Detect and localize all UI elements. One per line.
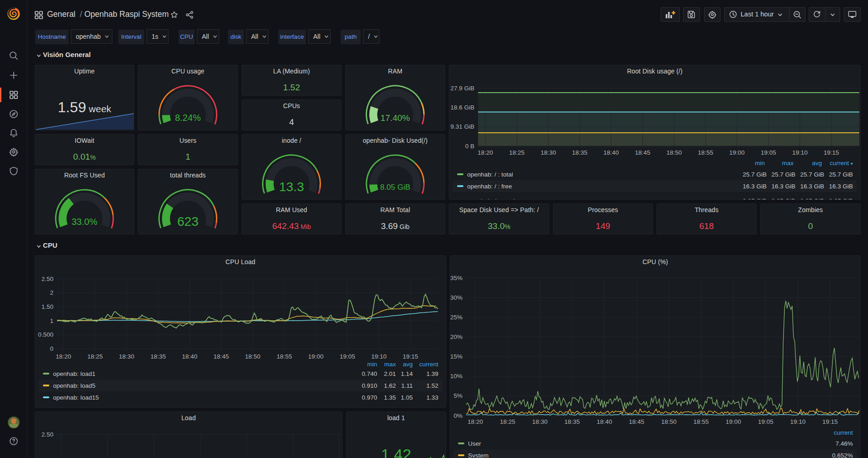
svg-text:18:30: 18:30 bbox=[541, 149, 556, 156]
svg-text:18:45: 18:45 bbox=[214, 353, 229, 360]
svg-text:35%: 35% bbox=[450, 275, 463, 281]
svg-text:2.50: 2.50 bbox=[42, 276, 53, 282]
svg-text:1: 1 bbox=[50, 317, 53, 324]
svg-text:0.500: 0.500 bbox=[38, 331, 53, 338]
svg-text:17.40%: 17.40% bbox=[380, 113, 410, 123]
svg-text:0%: 0% bbox=[453, 412, 463, 419]
svg-text:19:00: 19:00 bbox=[308, 353, 324, 360]
svg-text:18:20: 18:20 bbox=[56, 353, 71, 360]
svg-text:20%: 20% bbox=[450, 333, 463, 340]
svg-text:2: 2 bbox=[50, 289, 53, 296]
svg-text:8.24%: 8.24% bbox=[175, 113, 201, 123]
svg-text:18:30: 18:30 bbox=[119, 353, 134, 360]
svg-text:1.50: 1.50 bbox=[42, 303, 53, 310]
svg-text:18:25: 18:25 bbox=[509, 149, 525, 156]
svg-text:33.0%: 33.0% bbox=[72, 217, 98, 227]
svg-text:19:05: 19:05 bbox=[340, 353, 355, 360]
svg-text:27.9 GiB: 27.9 GiB bbox=[450, 85, 474, 92]
svg-text:18:20: 18:20 bbox=[468, 418, 483, 425]
svg-text:0: 0 bbox=[50, 345, 53, 352]
svg-text:18:35: 18:35 bbox=[572, 149, 588, 156]
svg-text:15%: 15% bbox=[450, 353, 463, 360]
svg-text:19:05: 19:05 bbox=[758, 418, 773, 425]
svg-text:18:50: 18:50 bbox=[666, 149, 682, 156]
svg-text:18:45: 18:45 bbox=[629, 418, 644, 425]
svg-text:0 B: 0 B bbox=[465, 143, 474, 150]
svg-text:9.31 GiB: 9.31 GiB bbox=[450, 123, 474, 130]
svg-text:18:50: 18:50 bbox=[661, 418, 677, 425]
svg-text:19:15: 19:15 bbox=[403, 353, 418, 360]
svg-text:18:55: 18:55 bbox=[277, 353, 292, 360]
svg-text:5%: 5% bbox=[453, 392, 463, 399]
svg-text:18.6 GiB: 18.6 GiB bbox=[450, 104, 474, 111]
svg-text:25%: 25% bbox=[450, 314, 463, 321]
svg-text:18:55: 18:55 bbox=[698, 149, 713, 156]
svg-text:19:10: 19:10 bbox=[790, 418, 806, 425]
svg-text:19:15: 19:15 bbox=[822, 418, 838, 425]
svg-text:18:40: 18:40 bbox=[604, 149, 619, 156]
svg-text:18:25: 18:25 bbox=[87, 353, 103, 360]
svg-text:19:00: 19:00 bbox=[726, 418, 741, 425]
svg-text:623: 623 bbox=[177, 214, 199, 229]
svg-text:18:40: 18:40 bbox=[597, 418, 612, 425]
svg-text:8.05 GiB: 8.05 GiB bbox=[380, 183, 410, 192]
svg-text:18:40: 18:40 bbox=[182, 353, 198, 360]
svg-text:18:35: 18:35 bbox=[150, 353, 166, 360]
svg-text:19:00: 19:00 bbox=[729, 149, 745, 156]
svg-text:2.50: 2.50 bbox=[42, 431, 53, 438]
svg-text:18:30: 18:30 bbox=[532, 418, 547, 425]
svg-text:19:05: 19:05 bbox=[761, 149, 776, 156]
svg-text:18:50: 18:50 bbox=[245, 353, 261, 360]
svg-text:13.3: 13.3 bbox=[279, 180, 304, 194]
svg-text:18:45: 18:45 bbox=[635, 149, 651, 156]
svg-text:19:10: 19:10 bbox=[371, 353, 387, 360]
svg-text:18:20: 18:20 bbox=[478, 149, 493, 156]
svg-text:19:15: 19:15 bbox=[824, 149, 839, 156]
svg-text:18:55: 18:55 bbox=[694, 418, 709, 425]
svg-text:18:35: 18:35 bbox=[564, 418, 580, 425]
svg-text:10%: 10% bbox=[450, 373, 463, 380]
svg-text:30%: 30% bbox=[450, 294, 463, 301]
svg-text:18:25: 18:25 bbox=[500, 418, 516, 425]
svg-text:19:10: 19:10 bbox=[792, 149, 808, 156]
